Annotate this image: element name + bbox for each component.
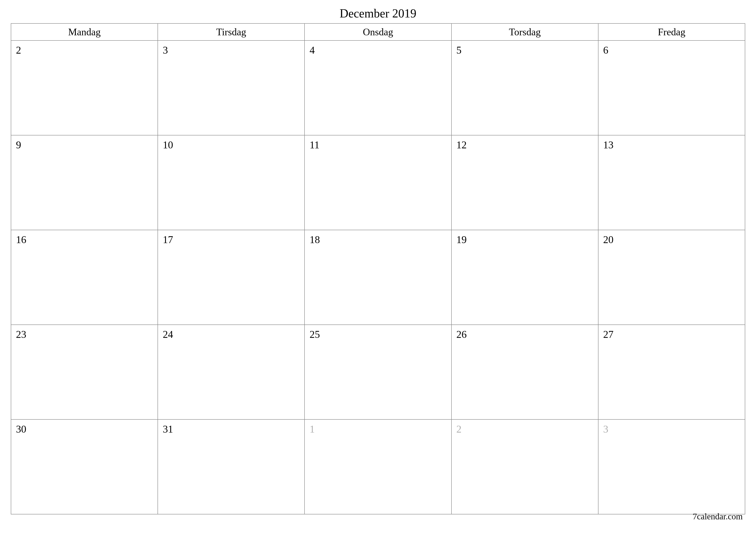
calendar-week-row: 23 24 25 26 27: [11, 325, 745, 420]
day-number: 17: [163, 234, 173, 245]
day-number: 4: [310, 44, 315, 56]
calendar-day-cell: 17: [158, 230, 305, 325]
calendar-day-cell: 4: [305, 40, 451, 135]
day-number: 24: [163, 329, 173, 340]
calendar-day-cell: 24: [158, 325, 305, 420]
calendar-week-row: 2 3 4 5 6: [11, 40, 745, 135]
day-number: 16: [16, 234, 26, 245]
calendar-day-cell: 31: [158, 420, 305, 514]
footer-credit: 7calendar.com: [693, 511, 742, 521]
calendar-day-cell: 2: [451, 420, 598, 514]
day-number: 20: [603, 234, 613, 245]
day-number: 31: [163, 423, 173, 435]
day-number: 5: [456, 44, 462, 56]
calendar-day-cell: 6: [598, 40, 745, 135]
calendar-day-cell: 25: [305, 325, 451, 420]
calendar-week-row: 30 31 1 2 3: [11, 420, 745, 514]
calendar-week-row: 16 17 18 19 20: [11, 230, 745, 325]
calendar-day-cell: 19: [451, 230, 598, 325]
day-number: 3: [163, 44, 168, 56]
calendar-day-cell: 2: [11, 40, 158, 135]
day-number: 3: [603, 423, 608, 435]
calendar-day-cell: 9: [11, 135, 158, 230]
calendar-day-cell: 5: [451, 40, 598, 135]
calendar-body: 2 3 4 5 6 9 10 11 12 13 16 17 18 19 20 2…: [11, 40, 745, 514]
day-number: 12: [456, 139, 467, 150]
day-number: 23: [16, 329, 26, 340]
day-number: 25: [310, 329, 320, 340]
calendar-day-cell: 26: [451, 325, 598, 420]
calendar-week-row: 9 10 11 12 13: [11, 135, 745, 230]
day-number: 6: [603, 44, 608, 56]
calendar-day-cell: 1: [305, 420, 451, 514]
calendar-grid: Mandag Tirsdag Onsdag Torsdag Fredag 2 3…: [11, 23, 745, 514]
header-tuesday: Tirsdag: [158, 23, 305, 40]
header-monday: Mandag: [11, 23, 158, 40]
day-number: 26: [456, 329, 467, 340]
day-number: 1: [310, 423, 315, 435]
calendar-header-row: Mandag Tirsdag Onsdag Torsdag Fredag: [11, 23, 745, 40]
day-number: 30: [16, 423, 26, 435]
calendar-day-cell: 11: [305, 135, 451, 230]
calendar-day-cell: 10: [158, 135, 305, 230]
calendar-day-cell: 27: [598, 325, 745, 420]
header-thursday: Torsdag: [451, 23, 598, 40]
day-number: 9: [16, 139, 21, 150]
calendar-day-cell: 20: [598, 230, 745, 325]
calendar-day-cell: 16: [11, 230, 158, 325]
day-number: 19: [456, 234, 467, 245]
calendar-day-cell: 13: [598, 135, 745, 230]
calendar-day-cell: 3: [158, 40, 305, 135]
day-number: 10: [163, 139, 173, 150]
calendar-day-cell: 23: [11, 325, 158, 420]
header-wednesday: Onsdag: [305, 23, 451, 40]
calendar-day-cell: 12: [451, 135, 598, 230]
day-number: 27: [603, 329, 613, 340]
day-number: 2: [456, 423, 462, 435]
calendar-day-cell: 3: [598, 420, 745, 514]
day-number: 11: [310, 139, 319, 150]
header-friday: Fredag: [598, 23, 745, 40]
day-number: 13: [603, 139, 613, 150]
day-number: 2: [16, 44, 21, 56]
calendar-day-cell: 18: [305, 230, 451, 325]
calendar-title: December 2019: [11, 7, 745, 20]
day-number: 18: [310, 234, 320, 245]
calendar-day-cell: 30: [11, 420, 158, 514]
